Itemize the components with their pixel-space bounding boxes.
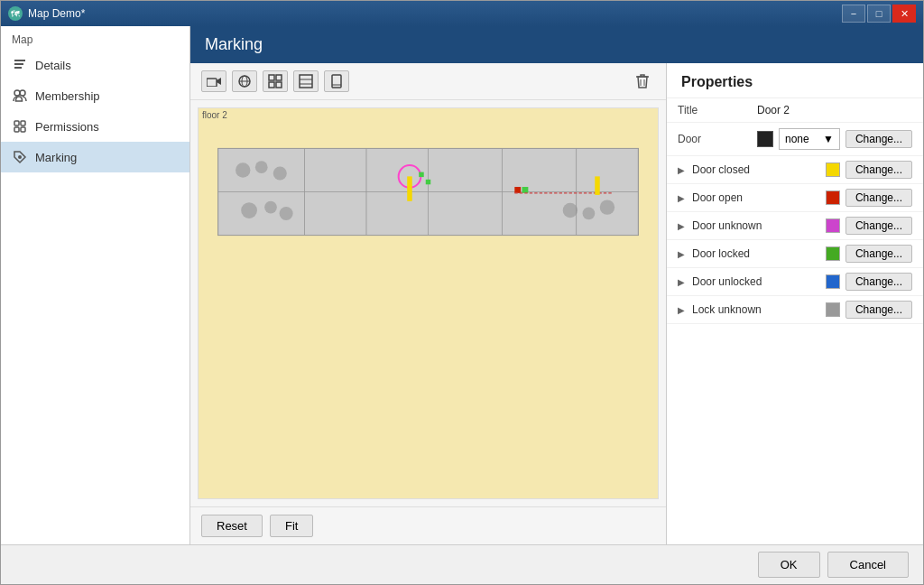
svg-rect-2 xyxy=(14,67,22,69)
door-closed-change-btn[interactable]: Change... xyxy=(845,161,912,179)
map-viewport: floor 2 xyxy=(198,107,659,499)
arrow-icon-2: ▶ xyxy=(678,221,687,231)
app-icon: 🗺 xyxy=(8,6,23,21)
map-footer: Reset Fit xyxy=(190,506,666,544)
door-unlocked-change-btn[interactable]: Change... xyxy=(845,273,912,291)
door-open-row: ▶ Door open Change... xyxy=(667,184,923,212)
door-unknown-change-btn[interactable]: Change... xyxy=(845,217,912,235)
sidebar-item-marking[interactable]: Marking xyxy=(1,142,189,172)
door-closed-label: Door closed xyxy=(692,163,820,176)
door-unlocked-swatch xyxy=(826,274,840,289)
properties-title: Properties xyxy=(667,63,923,98)
sidebar: Map Details Membership xyxy=(1,26,190,544)
lock-unknown-label: Lock unknown xyxy=(692,303,820,316)
svg-point-40 xyxy=(255,161,268,173)
close-button[interactable]: ✕ xyxy=(892,5,916,23)
svg-point-45 xyxy=(563,203,578,218)
svg-point-43 xyxy=(264,201,277,214)
membership-icon xyxy=(12,88,28,104)
door-dropdown[interactable]: none ▼ xyxy=(779,128,840,150)
fit-button[interactable]: Fit xyxy=(270,515,313,537)
door-locked-label: Door locked xyxy=(692,247,820,260)
door-locked-change-btn[interactable]: Change... xyxy=(845,245,912,263)
door-open-swatch xyxy=(826,190,840,205)
door-locked-row: ▶ Door locked Change... xyxy=(667,240,923,268)
svg-rect-17 xyxy=(269,82,274,88)
cancel-button[interactable]: Cancel xyxy=(827,552,909,578)
svg-point-44 xyxy=(280,207,293,220)
door-property-row: Door none ▼ Change... xyxy=(667,123,923,156)
door-unknown-row: ▶ Door unknown Change... xyxy=(667,212,923,240)
door-change-button[interactable]: Change... xyxy=(845,130,912,148)
svg-rect-32 xyxy=(577,149,638,192)
svg-point-3 xyxy=(14,90,20,96)
svg-point-46 xyxy=(583,208,596,220)
sidebar-item-membership-label: Membership xyxy=(35,89,100,103)
svg-rect-49 xyxy=(407,176,411,200)
reset-button[interactable]: Reset xyxy=(201,515,263,537)
svg-rect-19 xyxy=(300,75,312,88)
lock-unknown-row: ▶ Lock unknown Change... xyxy=(667,296,923,324)
svg-rect-6 xyxy=(21,121,25,125)
door-open-change-btn[interactable]: Change... xyxy=(845,189,912,207)
svg-rect-5 xyxy=(14,121,19,125)
lock-unknown-change-btn[interactable]: Change... xyxy=(845,301,912,319)
sidebar-item-details[interactable]: Details xyxy=(1,50,189,80)
arrow-icon-3: ▶ xyxy=(678,249,687,259)
title-bar-left: 🗺 Map Demo* xyxy=(8,6,85,21)
floor-label: floor 2 xyxy=(202,110,227,120)
details-icon xyxy=(12,57,28,73)
ok-button[interactable]: OK xyxy=(758,552,820,578)
svg-point-42 xyxy=(241,202,257,218)
svg-rect-35 xyxy=(366,192,428,236)
minimize-button[interactable]: − xyxy=(842,5,865,23)
svg-rect-30 xyxy=(429,149,503,192)
chevron-down-icon: ▼ xyxy=(823,133,834,145)
svg-rect-7 xyxy=(14,127,19,132)
camera-button[interactable] xyxy=(201,70,226,92)
svg-rect-16 xyxy=(276,75,282,80)
svg-rect-53 xyxy=(522,187,529,193)
sidebar-item-membership[interactable]: Membership xyxy=(1,80,189,111)
map-container[interactable]: floor 2 xyxy=(190,100,666,506)
sidebar-section: Map xyxy=(1,26,189,50)
delete-button[interactable] xyxy=(630,70,655,92)
map-panel: floor 2 xyxy=(190,63,666,544)
svg-rect-28 xyxy=(305,149,366,192)
door-unlocked-row: ▶ Door unlocked Change... xyxy=(667,268,923,296)
door-closed-swatch xyxy=(826,162,840,177)
svg-point-4 xyxy=(20,90,25,96)
door-dropdown-value: none xyxy=(785,133,809,145)
svg-rect-34 xyxy=(305,192,366,236)
svg-point-41 xyxy=(273,166,287,180)
door-unknown-label: Door unknown xyxy=(692,219,820,232)
grid-button[interactable] xyxy=(293,70,319,92)
sidebar-item-permissions-label: Permissions xyxy=(35,120,99,134)
cursor-button[interactable] xyxy=(263,70,288,92)
app-window: 🗺 Map Demo* − □ ✕ Map Details xyxy=(0,0,924,585)
permissions-icon xyxy=(12,118,28,135)
bottom-bar: OK Cancel xyxy=(1,544,923,584)
door-prop-value-area: none ▼ Change... xyxy=(757,128,912,150)
door-icon xyxy=(757,131,773,147)
door-locked-swatch xyxy=(826,246,840,261)
globe-button[interactable] xyxy=(232,70,257,92)
svg-rect-0 xyxy=(14,60,25,61)
sidebar-item-permissions[interactable]: Permissions xyxy=(1,111,189,142)
title-bar: 🗺 Map Demo* − □ ✕ xyxy=(1,1,923,26)
svg-point-47 xyxy=(600,200,614,214)
content-header: Marking xyxy=(190,26,923,63)
sidebar-item-details-label: Details xyxy=(35,59,71,72)
main-content: Map Details Membership xyxy=(1,26,923,544)
properties-panel: Properties Title Door 2 Door xyxy=(666,63,923,544)
svg-rect-1 xyxy=(14,63,23,65)
device-button[interactable] xyxy=(324,70,349,92)
door-unknown-swatch xyxy=(826,218,840,233)
svg-rect-15 xyxy=(269,75,274,80)
svg-point-9 xyxy=(18,155,22,159)
svg-rect-22 xyxy=(332,75,341,88)
svg-rect-52 xyxy=(514,187,521,193)
arrow-icon-0: ▶ xyxy=(678,165,687,175)
restore-button[interactable]: □ xyxy=(867,5,891,23)
svg-rect-8 xyxy=(21,127,25,132)
